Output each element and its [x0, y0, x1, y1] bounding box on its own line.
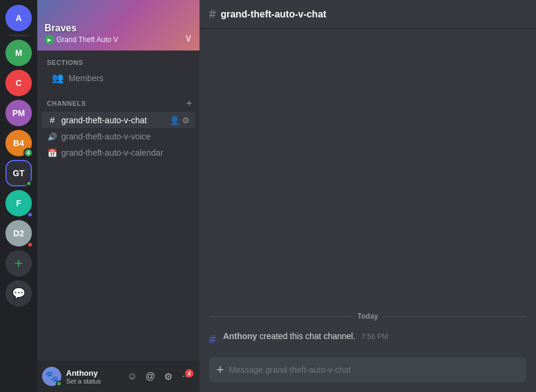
user-name: Anthony — [66, 369, 119, 378]
server-icon-label: F — [16, 198, 22, 208]
user-info: Anthony Set a status — [66, 369, 119, 385]
main-content: # grand-theft-auto-v-chat Today # Anthon… — [199, 0, 536, 392]
user-area: 🐾 Anthony Set a status ☺ @ ⚙ ··· 2 — [37, 361, 199, 392]
message-input[interactable] — [229, 358, 519, 382]
settings-gear-icon: ⚙ — [164, 371, 172, 382]
voice-channel-icon: 🔊 — [47, 132, 58, 141]
channels-header-text: Channels — [47, 100, 86, 107]
message-content: Anthony created this chat channel. 7:56 … — [223, 331, 526, 341]
add-member-icon[interactable]: 👤 — [169, 115, 180, 125]
channel-name-voice: grand-theft-auto-v-voice — [61, 132, 190, 141]
text-channel-icon: # — [47, 115, 58, 125]
channel-header-name: grand-theft-auto-v-chat — [221, 9, 326, 20]
message-username: Anthony — [223, 331, 257, 341]
server-header-chevron-icon[interactable]: ∨ — [184, 31, 192, 44]
channel-list: Sections 👥 Members Channels + # grand-th… — [37, 51, 199, 361]
channel-actions: 👤 ⚙ — [169, 115, 190, 125]
emoji-icon: ☺ — [127, 371, 137, 382]
calendar-channel-icon: 📅 — [47, 149, 58, 158]
emoji-button[interactable]: ☺ — [124, 368, 141, 385]
server-badge — [27, 242, 33, 248]
game-icon: ▶ — [44, 35, 54, 44]
user-avatar[interactable]: 🐾 — [42, 367, 61, 386]
channel-hash-icon: # — [209, 7, 216, 21]
server-icon-d2[interactable]: D2 — [5, 220, 32, 247]
server-icon-label: B4 — [13, 138, 24, 148]
channel-name-chat: grand-theft-auto-v-chat — [61, 115, 166, 125]
channel-item-calendar[interactable]: 📅 grand-theft-auto-v-calendar — [42, 145, 195, 161]
channel-item-chat[interactable]: # grand-theft-auto-v-chat 👤 ⚙ — [42, 112, 195, 128]
chat-messages[interactable]: Today # Anthony created this chat channe… — [199, 29, 536, 357]
date-divider-text: Today — [358, 312, 378, 320]
server-divider — [9, 35, 28, 36]
server-icon-c[interactable]: C — [5, 70, 32, 96]
server-game-text: Grand Theft Auto V — [56, 35, 118, 44]
channel-item-voice[interactable]: 🔊 grand-theft-auto-v-voice — [42, 129, 195, 144]
sections-header: Sections — [37, 55, 199, 69]
more-options-button[interactable]: ··· 2 — [178, 368, 195, 385]
server-badge — [26, 180, 32, 186]
message-timestamp: 7:56 PM — [361, 332, 388, 341]
notification-badge: 2 — [185, 369, 193, 378]
channel-name-calendar: grand-theft-auto-v-calendar — [61, 148, 190, 158]
server-icon-label: D2 — [13, 228, 24, 238]
members-label: Members — [69, 73, 103, 83]
date-divider: Today — [209, 312, 526, 320]
chat-input-area: + — [199, 357, 536, 392]
server-icon-b4[interactable]: B4 4 — [5, 130, 32, 156]
server-icon-label: C — [16, 78, 22, 88]
user-status-dot — [56, 381, 62, 387]
attach-button[interactable]: + — [216, 357, 224, 382]
add-channel-button[interactable]: + — [183, 98, 195, 109]
members-icon: 👥 — [52, 72, 64, 84]
members-item[interactable]: 👥 Members — [42, 69, 195, 87]
at-mention-button[interactable]: @ — [142, 368, 159, 385]
server-badge: 4 — [23, 148, 33, 158]
settings-button[interactable]: ⚙ — [160, 368, 177, 385]
server-icon-f[interactable]: F — [5, 190, 32, 216]
chat-header: # grand-theft-auto-v-chat — [199, 0, 536, 29]
channel-sidebar: Braves ▶ Grand Theft Auto V ∨ Sections 👥… — [37, 0, 199, 392]
dm-button[interactable]: 💬 — [5, 280, 32, 307]
user-status: Set a status — [66, 378, 119, 385]
server-name-text: Braves — [44, 23, 76, 33]
server-icon-label: PM — [13, 108, 25, 118]
server-header-info: Braves ▶ Grand Theft Auto V — [44, 23, 184, 44]
user-controls: ☺ @ ⚙ ··· 2 — [124, 368, 195, 385]
system-message-row: # Anthony created this chat channel. 7:5… — [209, 330, 526, 348]
chat-input-box: + — [209, 357, 526, 382]
server-game: ▶ Grand Theft Auto V — [44, 35, 184, 44]
message-hash-icon: # — [209, 332, 216, 346]
channels-section: Channels + # grand-theft-auto-v-chat 👤 ⚙… — [37, 94, 199, 161]
settings-icon[interactable]: ⚙ — [182, 115, 190, 125]
server-icon-label: M — [15, 48, 22, 58]
server-icon-gt[interactable]: GT — [5, 160, 32, 186]
at-icon: @ — [145, 371, 155, 382]
server-icon-pm[interactable]: PM — [5, 100, 32, 126]
server-icon-label: A — [16, 13, 22, 23]
server-header[interactable]: Braves ▶ Grand Theft Auto V ∨ — [37, 0, 199, 51]
server-badge — [27, 212, 33, 218]
server-icon-m[interactable]: M — [5, 40, 32, 66]
channels-section-header[interactable]: Channels + — [37, 94, 199, 111]
server-icon-label: GT — [13, 168, 24, 178]
message-action-text: created this chat channel. — [260, 331, 356, 341]
server-sidebar: A M C PM B4 4 GT F D2 + 💬 — [0, 0, 37, 392]
add-server-button[interactable]: + — [5, 250, 32, 277]
server-name: Braves — [44, 23, 184, 34]
server-icon-a[interactable]: A — [5, 5, 32, 31]
